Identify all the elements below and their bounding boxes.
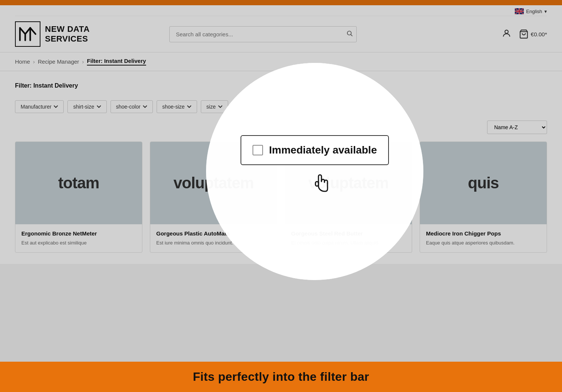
language-selector[interactable]: English ▾ bbox=[515, 8, 547, 14]
product-card-4[interactable]: quis Mediocre Iron Chigger Pops Eaque qu… bbox=[420, 142, 547, 253]
header: English ▾ NEW DATA SERVICES bbox=[0, 5, 562, 52]
filter-shirt-size-label: shirt-size bbox=[73, 104, 94, 110]
filter-manufacturer-label: Manufacturer bbox=[21, 104, 51, 110]
header-top: English ▾ bbox=[15, 5, 547, 16]
filter-manufacturer[interactable]: Manufacturer bbox=[15, 100, 64, 113]
filter-shoe-size-label: shoe-size bbox=[162, 104, 185, 110]
logo-icon bbox=[15, 21, 40, 47]
breadcrumb: Home › Recipe Manager › Filter: Instant … bbox=[0, 52, 562, 71]
user-icon[interactable] bbox=[502, 28, 511, 40]
product-card-2[interactable]: voluptatem Gorgeous Plastic AutoMain Est… bbox=[150, 142, 277, 253]
flag-icon bbox=[515, 8, 524, 14]
filter-size[interactable]: size bbox=[201, 100, 228, 113]
page-title: Filter: Instant Delivery bbox=[15, 82, 547, 89]
top-border bbox=[0, 0, 562, 5]
product-card-3[interactable]: New voluptatem Gorgeous Steel Red Butter… bbox=[285, 142, 412, 253]
product-card-1[interactable]: totam Ergonomic Bronze NetMeter Est aut … bbox=[15, 142, 142, 253]
logo: NEW DATA SERVICES bbox=[15, 21, 90, 47]
language-dropdown-arrow: ▾ bbox=[544, 9, 547, 14]
product-desc-1: Est aut explicabo est similique bbox=[21, 240, 136, 246]
product-image-4: quis bbox=[420, 142, 547, 224]
header-main: NEW DATA SERVICES bbox=[15, 16, 547, 52]
main-content: Filter: Instant Delivery Manufacturer sh… bbox=[0, 71, 562, 264]
product-name-2: Gorgeous Plastic AutoMain bbox=[156, 230, 271, 237]
svg-point-3 bbox=[347, 31, 351, 35]
breadcrumb-home[interactable]: Home bbox=[15, 58, 30, 65]
filter-shoe-color-label: shoe-color bbox=[116, 104, 140, 110]
search-input[interactable] bbox=[169, 26, 357, 42]
product-badge-3: New bbox=[290, 146, 305, 154]
header-actions: €0.00* bbox=[502, 28, 547, 40]
filter-bar: Manufacturer shirt-size shoe-color shoe-… bbox=[15, 100, 547, 113]
filter-shoe-color[interactable]: shoe-color bbox=[111, 100, 153, 113]
sort-select[interactable]: Name A-Z bbox=[487, 121, 547, 134]
breadcrumb-sep1: › bbox=[33, 58, 35, 65]
product-image-2: voluptatem bbox=[150, 142, 277, 224]
logo-text: NEW DATA SERVICES bbox=[45, 24, 90, 44]
breadcrumb-recipe-manager[interactable]: Recipe Manager bbox=[38, 58, 79, 65]
breadcrumb-sep2: › bbox=[82, 58, 84, 65]
product-info-1: Ergonomic Bronze NetMeter Est aut explic… bbox=[15, 224, 142, 252]
search-button[interactable] bbox=[346, 30, 353, 38]
bottom-bar: Fits perfectly into the filter bar bbox=[0, 362, 562, 392]
product-info-4: Mediocre Iron Chigger Pops Eaque quis at… bbox=[420, 224, 547, 252]
bottom-bar-text: Fits perfectly into the filter bar bbox=[193, 370, 369, 383]
filter-shirt-size[interactable]: shirt-size bbox=[67, 100, 106, 113]
product-desc-2: Est iure minima omnis quo incidunt. bbox=[156, 240, 271, 246]
product-name-1: Ergonomic Bronze NetMeter bbox=[21, 230, 136, 237]
product-desc-3: Et omnis odio culpa rerum. Ullam aliquid bbox=[291, 240, 406, 246]
product-image-3: voluptatem bbox=[285, 142, 412, 224]
search-bar[interactable] bbox=[169, 26, 357, 42]
breadcrumb-active: Filter: Instant Delivery bbox=[87, 58, 146, 66]
product-name-4: Mediocre Iron Chigger Pops bbox=[426, 230, 541, 237]
filter-size-label: size bbox=[206, 104, 216, 110]
sort-bar: Name A-Z bbox=[15, 121, 547, 134]
product-name-3: Gorgeous Steel Red Butter bbox=[291, 230, 406, 237]
svg-point-5 bbox=[505, 30, 508, 33]
cart-info[interactable]: €0.00* bbox=[519, 29, 547, 39]
product-info-3: Gorgeous Steel Red Butter Et omnis odio … bbox=[285, 224, 412, 252]
cart-price: €0.00* bbox=[531, 31, 547, 37]
filter-shoe-size[interactable]: shoe-size bbox=[157, 100, 197, 113]
product-info-2: Gorgeous Plastic AutoMain Est iure minim… bbox=[150, 224, 277, 252]
products-grid: totam Ergonomic Bronze NetMeter Est aut … bbox=[15, 142, 547, 253]
product-image-1: totam bbox=[15, 142, 142, 224]
language-label: English bbox=[526, 9, 542, 14]
svg-line-4 bbox=[351, 34, 353, 36]
product-desc-4: Eaque quis atque asperiores quibusdam. bbox=[426, 240, 541, 246]
